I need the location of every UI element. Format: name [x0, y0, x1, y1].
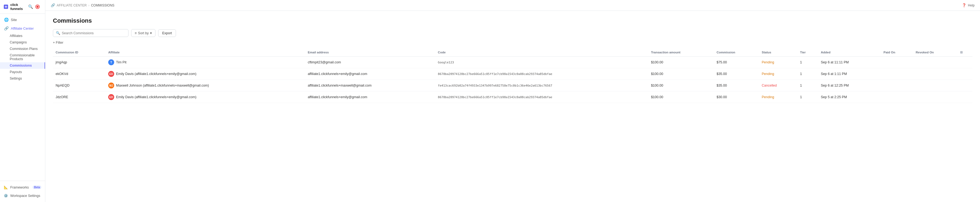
search-box[interactable]: 🔍: [53, 29, 129, 37]
search-input[interactable]: [62, 31, 126, 35]
col-code: Code: [435, 48, 648, 57]
notification-dot-inner: [36, 5, 39, 8]
cell-added: Sep 5 at 2:25 PM: [818, 91, 881, 103]
sidebar-item-frameworks[interactable]: 📐 Frameworks Beta: [0, 183, 45, 191]
cell-transaction-amount: $100.00: [648, 80, 714, 91]
cell-actions: [957, 68, 973, 80]
cell-status: Pending: [759, 91, 797, 103]
avatar: MJ: [108, 83, 114, 89]
status-badge: Pending: [762, 72, 774, 76]
sidebar-bottom: 📐 Frameworks Beta ⚙️ Workspace Settings: [0, 181, 45, 202]
sidebar-item-affiliate-center-label: Affiliate Center: [11, 26, 34, 30]
cell-commission: $30.00: [714, 91, 759, 103]
cell-tier: 1: [797, 80, 818, 91]
sidebar-item-commission-plans[interactable]: Commission Plans: [0, 46, 45, 52]
status-badge: Pending: [762, 95, 774, 99]
cell-revoked-on: [913, 68, 957, 80]
cell-status: Pending: [759, 57, 797, 68]
sidebar-item-commissions[interactable]: Commissions: [0, 62, 45, 69]
filter-row[interactable]: + Filter: [53, 41, 972, 45]
filter-label: + Filter: [53, 41, 64, 45]
col-commission: Commission: [714, 48, 759, 57]
cell-actions: [957, 91, 973, 103]
cell-paid-on: [881, 57, 913, 68]
table-body: jmgAqp T Tim Pit cftimpit23@gmail.com Go…: [53, 57, 972, 103]
table-row[interactable]: jmgAqp T Tim Pit cftimpit23@gmail.com Go…: [53, 57, 972, 68]
sidebar-item-commissionable-products[interactable]: Commissionable Products: [0, 52, 45, 62]
col-paid-on: Paid On: [881, 48, 913, 57]
cell-commission: $35.00: [714, 68, 759, 80]
column-settings-icon[interactable]: ⊞: [960, 51, 963, 54]
status-badge: Cancelled: [762, 84, 777, 87]
sidebar-item-workspace-settings[interactable]: ⚙️ Workspace Settings: [0, 191, 45, 200]
sidebar-nav: 🌐 Site 🔗 Affiliate Center Affiliates Cam…: [0, 14, 45, 181]
toolbar: 🔍 ≡ Sort by ▾ Export: [53, 29, 972, 37]
cell-paid-on: [881, 80, 913, 91]
avatar: T: [108, 59, 114, 65]
beta-badge: Beta: [33, 186, 41, 189]
topbar: 🔗 AFFILIATE CENTER › COMMISSIONS ❓ Help: [45, 0, 980, 11]
cell-transaction-amount: $100.00: [648, 68, 714, 80]
help-label: Help: [968, 3, 975, 7]
cell-status: Cancelled: [759, 80, 797, 91]
cell-email: cftimpit23@gmail.com: [305, 57, 435, 68]
cell-code: Google123: [435, 57, 648, 68]
logo: click funnels 🔍: [0, 0, 45, 14]
topbar-right: ❓ Help: [962, 3, 975, 7]
page-title: Commissions: [53, 17, 972, 24]
col-affiliate: Affiliate: [105, 48, 305, 57]
table-row[interactable]: JdzORE ED Emily Davis (affiliate1.clickf…: [53, 91, 972, 103]
cell-code: fe413cac692b02a74f4933e1347b997e682758e7…: [435, 80, 648, 91]
cell-status: Pending: [759, 68, 797, 80]
col-email: Email address: [305, 48, 435, 57]
cell-email: affiliate1.clickfunnels+emily@gmail.com: [305, 91, 435, 103]
cell-commission: $35.00: [714, 80, 759, 91]
search-icon[interactable]: 🔍: [28, 4, 33, 9]
sort-label: Sort by: [138, 31, 149, 35]
sidebar-item-settings[interactable]: Settings: [0, 75, 45, 82]
affiliate-name: Maxwell Johnson (affiliate1.clickfunnels…: [116, 84, 209, 87]
cell-commission-id: NpAEQD: [53, 80, 105, 91]
logo-icon: [4, 4, 8, 10]
workspace-settings-icon: ⚙️: [4, 194, 8, 198]
sidebar-item-site-label: Site: [11, 18, 17, 22]
affiliate-name: Emily Davis (affiliate1.clickfunnels+emi…: [116, 95, 196, 99]
cell-added: Sep 6 at 1:11 PM: [818, 68, 881, 80]
col-tier: Tier: [797, 48, 818, 57]
cell-affiliate: ED Emily Davis (affiliate1.clickfunnels+…: [105, 68, 305, 80]
col-transaction-amount: Transaction amount: [648, 48, 714, 57]
sort-button[interactable]: ≡ Sort by ▾: [131, 29, 156, 37]
sidebar-item-campaigns[interactable]: Campaigns: [0, 39, 45, 46]
status-badge: Pending: [762, 60, 774, 64]
main: 🔗 AFFILIATE CENTER › COMMISSIONS ❓ Help …: [45, 0, 980, 202]
sort-icon: ≡: [135, 31, 137, 35]
cell-revoked-on: [913, 91, 957, 103]
commissions-table-wrapper: Commission ID Affiliate Email address Co…: [53, 48, 972, 103]
cell-code: 8678ba20974128bc27be666a51c85ff1e7cb98a1…: [435, 91, 648, 103]
sidebar-item-affiliates[interactable]: Affiliates: [0, 33, 45, 39]
col-added: Added: [818, 48, 881, 57]
sort-chevron-icon: ▾: [150, 31, 152, 35]
sidebar: click funnels 🔍 🌐 Site 🔗 Affiliate Cente…: [0, 0, 45, 202]
cell-transaction-amount: $100.00: [648, 57, 714, 68]
col-settings[interactable]: ⊞: [957, 48, 973, 57]
breadcrumb-icon: 🔗: [51, 3, 55, 7]
export-button[interactable]: Export: [158, 29, 176, 37]
cell-actions: [957, 80, 973, 91]
notification-dot[interactable]: [35, 5, 40, 9]
page-content: Commissions 🔍 ≡ Sort by ▾ Export + Filte…: [45, 11, 980, 202]
table-row[interactable]: NpAEQD MJ Maxwell Johnson (affiliate1.cl…: [53, 80, 972, 91]
sidebar-item-affiliate-center[interactable]: 🔗 Affiliate Center: [0, 24, 45, 33]
sidebar-item-payouts[interactable]: Payouts: [0, 69, 45, 75]
breadcrumb: 🔗 AFFILIATE CENTER › COMMISSIONS: [51, 3, 115, 7]
top-icons: 🔍: [28, 4, 41, 9]
avatar: ED: [108, 71, 114, 77]
cell-affiliate: ED Emily Davis (affiliate1.clickfunnels+…: [105, 91, 305, 103]
table-row[interactable]: ekOKVd ED Emily Davis (affiliate1.clickf…: [53, 68, 972, 80]
workspace-settings-label: Workspace Settings: [10, 194, 40, 198]
breadcrumb-separator: ›: [88, 3, 89, 7]
cell-affiliate: MJ Maxwell Johnson (affiliate1.clickfunn…: [105, 80, 305, 91]
cell-paid-on: [881, 91, 913, 103]
affiliate-name: Tim Pit: [116, 60, 126, 64]
sidebar-item-site[interactable]: 🌐 Site: [0, 15, 45, 24]
